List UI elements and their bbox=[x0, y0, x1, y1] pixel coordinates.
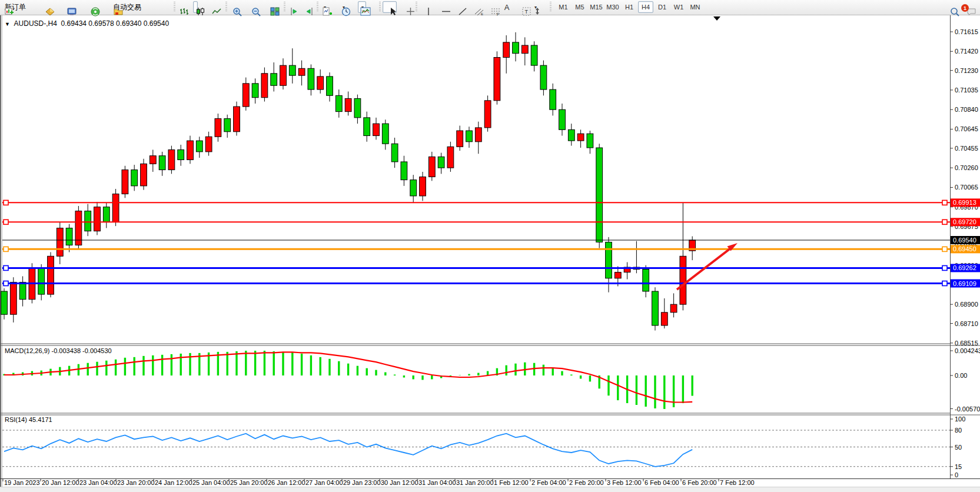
text-label-tool-button[interactable]: T bbox=[516, 1, 529, 13]
vertical-line-tool-button[interactable] bbox=[419, 1, 432, 13]
notifications-button[interactable]: 1 bbox=[964, 1, 969, 13]
periods-button[interactable]: ▾ bbox=[339, 1, 347, 13]
time-axis-label: 29 Jan 23:00 bbox=[343, 479, 381, 486]
horizontal-line-tool-button[interactable] bbox=[434, 1, 449, 13]
timeframe-m1-button[interactable]: M1 bbox=[556, 1, 571, 13]
toolbar-separator bbox=[550, 2, 552, 12]
candle-body bbox=[420, 177, 426, 196]
toolbar-separator bbox=[284, 2, 285, 12]
timeframe-m15-button[interactable]: M15 bbox=[589, 1, 604, 13]
time-axis-label: 25 Jan 04:00 bbox=[192, 479, 230, 486]
text-a-icon: A bbox=[504, 4, 510, 11]
candle-body bbox=[428, 157, 435, 177]
candle-body bbox=[513, 42, 519, 54]
trendline-tool-button[interactable] bbox=[451, 1, 465, 13]
line-chart-mode-button[interactable] bbox=[210, 1, 214, 13]
time-axis-label: 1 Feb 12:00 bbox=[494, 479, 529, 486]
arrows-tool-button[interactable]: ▾ bbox=[531, 1, 539, 13]
candle-body bbox=[680, 256, 686, 304]
candle-body bbox=[484, 101, 491, 128]
candle-body bbox=[494, 58, 500, 101]
rsi-axis-tick-label: 100 bbox=[955, 415, 965, 423]
add-indicator-button[interactable]: ▾ bbox=[320, 1, 328, 13]
candle-body bbox=[410, 180, 417, 196]
candle-body bbox=[280, 65, 287, 85]
candle-body bbox=[466, 131, 473, 142]
candle-body bbox=[122, 170, 128, 194]
cursor-tool-button[interactable] bbox=[383, 1, 397, 13]
price-axis-tick-label: 0.68900 bbox=[955, 301, 978, 308]
line-endpoint-marker[interactable] bbox=[942, 281, 947, 286]
rsi-indicator-label: RSI(14) 45.4171 bbox=[5, 416, 52, 423]
toolbar-separator bbox=[317, 2, 318, 12]
svg-text:E: E bbox=[481, 12, 483, 16]
line-endpoint-marker[interactable] bbox=[942, 200, 947, 205]
candlestick-mode-button[interactable] bbox=[193, 1, 198, 13]
market-watch-button[interactable] bbox=[42, 1, 47, 13]
candle-body bbox=[438, 157, 444, 168]
main-toolbar: 新订单 自动交易 bbox=[0, 0, 980, 15]
chart-template-button[interactable]: ▾ bbox=[358, 1, 366, 13]
candle-body bbox=[178, 149, 184, 159]
tile-windows-button[interactable] bbox=[268, 1, 273, 13]
timeframe-h1-button[interactable]: H1 bbox=[622, 1, 637, 13]
svg-text:T: T bbox=[525, 9, 529, 15]
price-axis-tick-label: 0.71615 bbox=[955, 28, 978, 35]
candle-body bbox=[271, 74, 277, 85]
macd-axis-tick-label: 0.004243 bbox=[955, 347, 980, 354]
autotrading-button[interactable]: 自动交易 bbox=[111, 1, 144, 13]
candle-body bbox=[224, 119, 231, 132]
indicator-window-down-button[interactable] bbox=[302, 1, 307, 13]
candle-body bbox=[587, 134, 593, 148]
candle-body bbox=[85, 211, 91, 231]
candle-body bbox=[196, 141, 202, 152]
svg-text:F: F bbox=[497, 12, 499, 16]
timeframe-m30-button[interactable]: M30 bbox=[605, 1, 620, 13]
candle-body bbox=[401, 162, 407, 180]
mt4-terminal: 新订单 自动交易 bbox=[0, 0, 980, 492]
candle-body bbox=[614, 272, 621, 278]
line-endpoint-marker[interactable] bbox=[4, 200, 8, 205]
price-tag-label: 0.69109 bbox=[953, 280, 976, 287]
fibonacci-tool-button[interactable]: F bbox=[484, 1, 498, 13]
price-tag-label: 0.69540 bbox=[953, 237, 976, 244]
bar-chart-mode-button[interactable] bbox=[177, 1, 182, 13]
line-endpoint-marker[interactable] bbox=[942, 220, 947, 224]
line-endpoint-marker[interactable] bbox=[942, 247, 947, 251]
line-endpoint-marker[interactable] bbox=[942, 265, 947, 270]
line-endpoint-marker[interactable] bbox=[4, 220, 8, 224]
time-axis-label: 19 Jan 2023 bbox=[4, 479, 40, 486]
rsi-axis-tick-label: 15 bbox=[955, 463, 962, 470]
search-button[interactable] bbox=[948, 1, 952, 13]
price-tag-label: 0.69913 bbox=[953, 199, 976, 206]
vps-button[interactable] bbox=[64, 1, 69, 13]
indicator-window-up-button[interactable] bbox=[287, 1, 292, 13]
timeframe-d1-button[interactable]: D1 bbox=[655, 1, 670, 13]
chart-canvas[interactable]: 0.716150.714200.712300.710350.708400.706… bbox=[0, 0, 980, 492]
crosshair-tool-button[interactable] bbox=[399, 1, 413, 13]
signals-button[interactable] bbox=[88, 1, 92, 13]
channel-tool-button[interactable]: E bbox=[467, 1, 481, 13]
candle-body bbox=[373, 124, 380, 135]
candle-body bbox=[457, 131, 463, 147]
timeframe-w1-button[interactable]: W1 bbox=[671, 1, 686, 13]
text-tool-button[interactable]: A bbox=[500, 1, 513, 13]
candle-body bbox=[187, 141, 194, 159]
price-axis-tick-label: 0.70840 bbox=[955, 106, 978, 113]
zoom-in-button[interactable] bbox=[230, 1, 235, 13]
candle-body bbox=[141, 164, 147, 186]
line-endpoint-marker[interactable] bbox=[4, 265, 8, 270]
zoom-out-button[interactable] bbox=[249, 1, 254, 13]
chart-title: ▼ AUDUSD-,H4 0.69434 0.69578 0.69340 0.6… bbox=[5, 19, 169, 28]
candle-body bbox=[159, 156, 165, 170]
collapse-triangle-icon: ▼ bbox=[5, 21, 10, 27]
timeframe-mn-button[interactable]: MN bbox=[687, 1, 703, 13]
candle-body bbox=[298, 68, 305, 75]
new-order-button[interactable]: 新订单 bbox=[2, 1, 28, 13]
line-endpoint-marker[interactable] bbox=[4, 281, 8, 286]
time-axis-label: 27 Jan 04:00 bbox=[305, 479, 343, 486]
timeframe-m5-button[interactable]: M5 bbox=[572, 1, 587, 13]
line-endpoint-marker[interactable] bbox=[4, 247, 8, 251]
toolbar-separator bbox=[174, 2, 175, 12]
timeframe-h4-button[interactable]: H4 bbox=[638, 1, 653, 13]
